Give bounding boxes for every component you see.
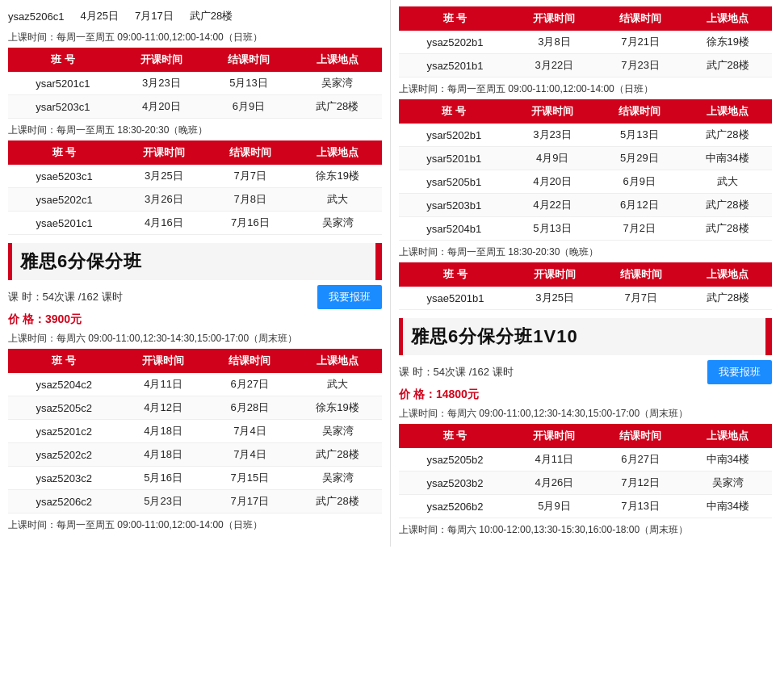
col-header-start: 开课时间 — [120, 140, 207, 165]
table-cell: ysaz5204c2 — [8, 373, 120, 396]
table-row: ysaz5203b24月26日7月12日吴家湾 — [399, 472, 772, 495]
table-cell: 7月7日 — [598, 287, 683, 310]
table-cell: 3月25日 — [512, 287, 598, 310]
s2-col-loc: 上课地点 — [684, 424, 772, 448]
table-cell: 武广28楼 — [293, 443, 382, 467]
section1-signup-button[interactable]: 我要报班 — [317, 285, 382, 309]
table-cell: 吴家湾 — [684, 472, 772, 495]
section2-price-label: 价 格： — [399, 388, 436, 400]
right-day-table: 班 号 开课时间 结课时间 上课地点 ysar5202b13月23日5月13日武… — [399, 99, 772, 241]
table-cell: 吴家湾 — [292, 72, 382, 95]
table-row: ysaz5201c24月18日7月4日吴家湾 — [8, 420, 382, 443]
col-header-end: 结课时间 — [205, 48, 292, 72]
table-cell: 武大 — [683, 170, 772, 194]
table-cell: 7月15日 — [207, 467, 293, 490]
table-cell: 6月27日 — [207, 373, 293, 396]
table-cell: 7月8日 — [207, 188, 293, 212]
table-cell: 5月13日 — [205, 72, 292, 95]
top-end: 7月17日 — [135, 9, 174, 23]
table-row: ysaz5204c24月11日6月27日武大 — [8, 373, 382, 396]
section1-price-value: 3900元 — [45, 312, 82, 325]
top-snippet-row: ysaz5206c1 4月25日 7月17日 武广28楼 — [8, 6, 382, 26]
rt-col-end: 结课时间 — [598, 6, 684, 31]
table-cell: 6月9日 — [205, 95, 292, 119]
table-cell: 5月16日 — [120, 467, 206, 490]
table-cell: 3月22日 — [511, 54, 598, 78]
table-cell: 7月12日 — [598, 472, 684, 495]
s1-col-loc: 上课地点 — [293, 349, 382, 373]
s1-col-start: 开课时间 — [120, 349, 206, 373]
table-cell: 武广28楼 — [292, 95, 382, 119]
table-cell: 吴家湾 — [293, 212, 382, 235]
table-cell: 武广28楼 — [684, 54, 772, 78]
table-row: ysae5201c14月16日7月16日吴家湾 — [8, 212, 382, 235]
table-cell: 武广28楼 — [683, 124, 772, 147]
table-cell: ysar5202b1 — [399, 124, 509, 147]
s2-col-end: 结课时间 — [598, 424, 684, 448]
table-cell: 4月11日 — [511, 448, 598, 472]
top-start: 4月25日 — [80, 9, 119, 23]
table-cell: 徐东19楼 — [293, 165, 382, 188]
section2-bottom-label: 上课时间：每周六 10:00-12:00,13:30-15:30,16:00-1… — [399, 523, 772, 537]
section1-bottom-label: 上课时间：每周一至周五 09:00-11:00,12:00-14:00（日班） — [8, 518, 382, 532]
table-cell: 3月26日 — [120, 188, 207, 212]
col-header-class: 班 号 — [8, 140, 120, 165]
table-cell: 4月22日 — [509, 194, 596, 217]
table-cell: 6月9日 — [596, 170, 683, 194]
section2-signup-button[interactable]: 我要报班 — [707, 360, 772, 384]
table-cell: 武大 — [293, 188, 382, 212]
re-col-start: 开课时间 — [512, 262, 598, 287]
table-cell: 7月4日 — [207, 443, 293, 467]
table-cell: 3月8日 — [511, 31, 598, 54]
table-row: ysar5204b15月13日7月2日武广28楼 — [399, 217, 772, 241]
table-cell: 6月28日 — [207, 396, 293, 420]
table-cell: ysaz5203b2 — [399, 472, 511, 495]
section2-time-label: 上课时间：每周六 09:00-11:00,12:30-14:30,15:00-1… — [399, 407, 772, 421]
table-row: ysaz5205c24月12日6月28日徐东19楼 — [8, 396, 382, 420]
section2-price: 价 格：14800元 — [399, 388, 772, 402]
table-cell: 吴家湾 — [293, 467, 382, 490]
table-row: ysar5203c14月20日6月9日武广28楼 — [8, 95, 382, 119]
table-cell: ysar5203c1 — [8, 95, 118, 119]
section2-course-info: 课 时：54次课 /162 课时 我要报班 — [399, 360, 772, 384]
col-header-loc: 上课地点 — [292, 48, 382, 72]
left-daytime-label1: 上课时间：每周一至周五 09:00-11:00,12:00-14:00（日班） — [8, 31, 382, 44]
section1-heading: 雅思6分保分班 — [8, 243, 382, 280]
table-cell: 中南34楼 — [684, 448, 772, 472]
table-row: ysar5201b14月9日5月29日中南34楼 — [399, 147, 772, 170]
rd-col-loc: 上课地点 — [683, 99, 772, 124]
right-evening-label1: 上课时间：每周一至周五 18:30-20:30（晚班） — [399, 245, 772, 259]
table-row: ysaz5203c25月16日7月15日吴家湾 — [8, 467, 382, 490]
section2-title: 雅思6分保分班1V10 — [411, 325, 578, 349]
table-row: ysar5203b14月22日6月12日武广28楼 — [399, 194, 772, 217]
table-row: ysaz5202c24月18日7月4日武广28楼 — [8, 443, 382, 467]
table-cell: 中南34楼 — [683, 147, 772, 170]
table-cell: 4月16日 — [120, 212, 207, 235]
table-cell: ysaz5201c2 — [8, 420, 120, 443]
table-cell: 4月18日 — [120, 420, 206, 443]
table-cell: 7月23日 — [598, 54, 684, 78]
rt-col-class: 班 号 — [399, 6, 511, 31]
table-cell: ysaz5202b1 — [399, 31, 511, 54]
top-class-id: ysaz5206c1 — [8, 10, 64, 23]
right-eve-table: 班 号 开课时间 结课时间 上课地点 ysae5201b13月25日7月7日武广… — [399, 262, 772, 310]
s2-col-start: 开课时间 — [511, 424, 598, 448]
table-cell: 中南34楼 — [684, 495, 772, 518]
table-row: ysaz5202b13月8日7月21日徐东19楼 — [399, 31, 772, 54]
re-col-loc: 上课地点 — [684, 262, 772, 287]
table-cell: 5月23日 — [120, 490, 206, 513]
re-col-class: 班 号 — [399, 262, 512, 287]
top-location: 武广28楼 — [190, 9, 233, 23]
table-cell: 7月2日 — [596, 217, 683, 241]
table-cell: 武大 — [293, 373, 382, 396]
table-row: ysar5201c13月23日5月13日吴家湾 — [8, 72, 382, 95]
table-cell: ysae5203c1 — [8, 165, 120, 188]
table-row: ysae5201b13月25日7月7日武广28楼 — [399, 287, 772, 310]
table-cell: 6月27日 — [598, 448, 684, 472]
table-cell: ysar5201c1 — [8, 72, 118, 95]
right-column: 班 号 开课时间 结课时间 上课地点 ysaz5202b13月8日7月21日徐东… — [390, 0, 780, 547]
rd-col-class: 班 号 — [399, 99, 509, 124]
table-row: ysae5202c13月26日7月8日武大 — [8, 188, 382, 212]
table-cell: 7月17日 — [207, 490, 293, 513]
table-cell: ysar5203b1 — [399, 194, 509, 217]
